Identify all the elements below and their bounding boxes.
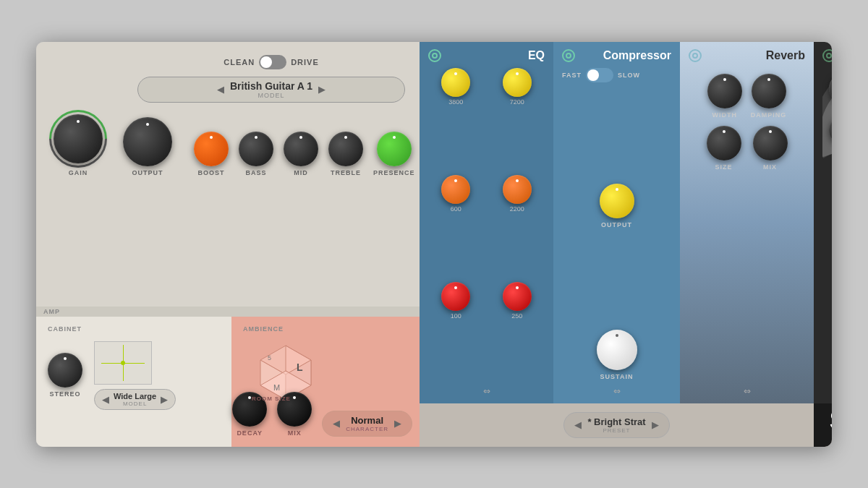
- reverb-damping-group: DAMPING: [751, 74, 787, 119]
- eq-3800-knob[interactable]: [441, 68, 470, 97]
- character-prev[interactable]: ◀: [333, 418, 340, 429]
- preset-selector[interactable]: ◀ * Bright Strat PRESET ▶: [563, 412, 669, 438]
- comp-header: Compressor: [562, 49, 671, 62]
- reverb-bottom-knobs: SIZE MIX: [689, 126, 805, 171]
- stereo-knob[interactable]: [48, 353, 82, 388]
- eq-knob-250: 250: [490, 282, 545, 383]
- hp-group: HP: [829, 116, 833, 155]
- delay-scroll[interactable]: ⇔: [822, 386, 832, 396]
- app-title: STARK: [830, 406, 832, 436]
- output-knob[interactable]: [123, 117, 172, 166]
- eq-knob-2200: 2200: [490, 175, 545, 276]
- eq-knobs-grid: 3800 7200 600 2200: [428, 68, 545, 383]
- stereo-group: STEREO: [48, 353, 82, 398]
- amp-model-text: British Guitar A 1 MODEL: [230, 80, 312, 99]
- gain-group: GAIN: [51, 111, 106, 176]
- reverb-power-button[interactable]: [689, 49, 702, 62]
- reverb-width-knob[interactable]: [707, 74, 742, 108]
- character-sub: CHARACTER: [346, 426, 388, 432]
- svg-text:5: 5: [268, 354, 271, 361]
- eq-600-knob[interactable]: [441, 175, 470, 204]
- eq-panel: EQ 3800 7200 600: [420, 42, 553, 403]
- treble-label: TREBLE: [331, 169, 361, 176]
- cabinet-right: ◀ Wide Large MODEL ▶: [94, 341, 176, 410]
- reverb-power-icon: [692, 53, 698, 59]
- eq-7200-label: 7200: [510, 98, 524, 106]
- cabinet-model-text: Wide Large MODEL: [114, 392, 156, 407]
- cabinet-controls: STEREO ◀ Wide: [48, 341, 220, 410]
- boost-group: BOOST: [194, 132, 229, 176]
- haas-knob[interactable]: [829, 74, 833, 103]
- preset-area: ◀ * Bright Strat PRESET ▶: [420, 412, 814, 438]
- room-size-label: ROOM SIZE: [252, 395, 291, 402]
- eq-power-button[interactable]: [428, 49, 441, 62]
- preset-text: * Bright Strat PRESET: [587, 416, 645, 434]
- fx-panels: EQ 3800 7200 600: [420, 42, 832, 403]
- bottom-bar: ◀ * Bright Strat PRESET ▶ STARK v1.0.0 K…: [420, 403, 832, 447]
- drive-label: DRIVE: [291, 58, 319, 67]
- boost-label: BOOST: [197, 169, 224, 176]
- delay-header: Delay: [822, 49, 832, 62]
- comp-sustain-knob[interactable]: [597, 330, 637, 370]
- svg-text:L: L: [297, 361, 303, 373]
- fast-slow-toggle[interactable]: [586, 68, 613, 82]
- cabinet-model-next[interactable]: ▶: [161, 394, 168, 405]
- comp-output-knob[interactable]: [600, 184, 634, 218]
- reverb-size-knob[interactable]: [707, 126, 741, 160]
- ambience-section: AMBIENCE L M 5: [231, 317, 420, 447]
- cabinet-model-prev[interactable]: ◀: [102, 394, 109, 405]
- clean-drive-toggle[interactable]: [259, 55, 286, 69]
- fast-label: FAST: [562, 72, 582, 79]
- comp-sustain-label: SUSTAIN: [600, 373, 634, 380]
- reverb-mix-label: MIX: [763, 163, 777, 171]
- eq-250-label: 250: [511, 312, 522, 320]
- delay-body: HAAS MIX TIME: [822, 68, 832, 162]
- comp-scroll[interactable]: ⇔: [562, 386, 671, 396]
- amp-section-label: AMP: [43, 308, 60, 315]
- character-selector[interactable]: ◀ Normal CHARACTER ▶: [322, 411, 412, 437]
- eq-250-knob[interactable]: [503, 282, 532, 311]
- presence-knob[interactable]: [377, 132, 412, 166]
- treble-knob[interactable]: [328, 132, 363, 166]
- eq-power-icon: [432, 53, 438, 59]
- eq-2200-knob[interactable]: [503, 175, 532, 204]
- output-group: OUTPUT: [123, 117, 172, 176]
- cabinet-model-name: Wide Large: [114, 392, 156, 401]
- presence-group: PRESENCE: [373, 132, 415, 176]
- reverb-width-label: WIDTH: [712, 111, 738, 119]
- gain-knob[interactable]: [54, 114, 103, 163]
- comp-power-button[interactable]: [562, 49, 575, 62]
- bass-knob[interactable]: [239, 132, 273, 166]
- mid-knob[interactable]: [284, 132, 318, 166]
- amp-model-prev[interactable]: ◀: [217, 84, 224, 95]
- cabinet-model-selector[interactable]: ◀ Wide Large MODEL ▶: [94, 389, 176, 410]
- reverb-damping-label: DAMPING: [751, 111, 787, 119]
- amp-model-selector[interactable]: ◀ British Guitar A 1 MODEL ▶: [137, 77, 405, 103]
- comp-power-icon: [566, 53, 571, 59]
- comp-title: Compressor: [603, 49, 671, 62]
- amp-main-knobs: GAIN OUTPUT BOOST BASS: [51, 111, 405, 176]
- hp-knob[interactable]: [829, 116, 833, 145]
- preset-next[interactable]: ▶: [652, 419, 659, 430]
- delay-power-button[interactable]: [822, 49, 832, 62]
- fx-section: EQ 3800 7200 600: [420, 42, 832, 447]
- character-next[interactable]: ▶: [394, 418, 401, 429]
- boost-knob[interactable]: [194, 132, 229, 166]
- crosshair-area[interactable]: [94, 341, 152, 385]
- stereo-label: STEREO: [49, 390, 80, 398]
- gain-label: GAIN: [69, 169, 88, 176]
- reverb-scroll[interactable]: ⇔: [689, 386, 805, 396]
- eq-2200-label: 2200: [510, 205, 524, 213]
- reverb-mix-knob[interactable]: [753, 126, 788, 160]
- decay-label: DECAY: [237, 429, 263, 437]
- eq-knob-7200: 7200: [490, 68, 545, 169]
- eq-7200-knob[interactable]: [503, 68, 532, 97]
- reverb-panel: Reverb WIDTH DAMPING: [680, 42, 814, 403]
- eq-100-knob[interactable]: [441, 282, 470, 311]
- amp-model-next[interactable]: ▶: [318, 84, 326, 95]
- preset-prev[interactable]: ◀: [574, 419, 582, 430]
- eq-scroll[interactable]: ⇔: [428, 386, 545, 396]
- reverb-damping-knob[interactable]: [752, 74, 786, 108]
- preset-name: * Bright Strat: [587, 416, 645, 427]
- comp-output-group: OUTPUT: [600, 184, 634, 228]
